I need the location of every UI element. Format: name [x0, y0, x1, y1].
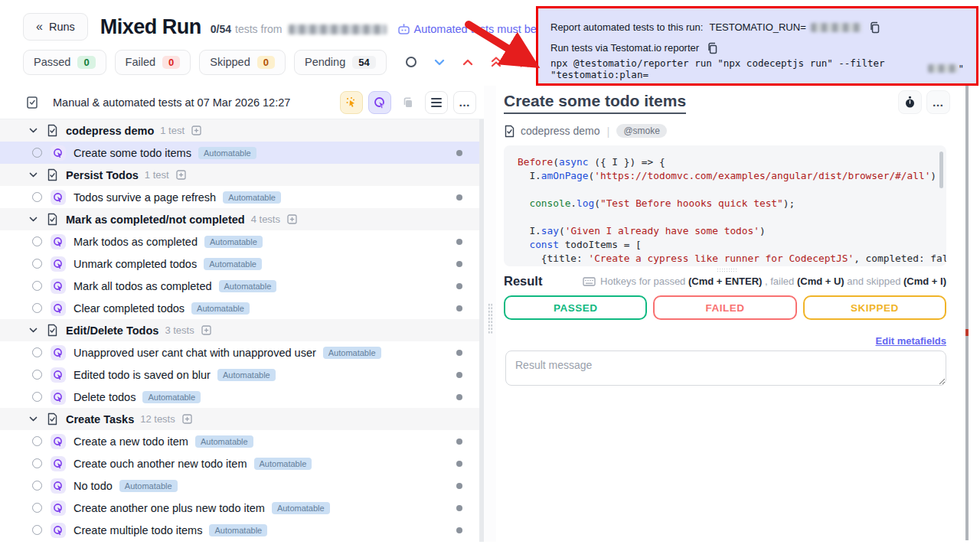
timer-button[interactable] — [898, 90, 922, 114]
test-row[interactable]: Create a new todo item Automatable — [0, 430, 479, 452]
skipped-button[interactable]: SKIPPED — [803, 295, 946, 320]
suite-title: Edit/Delete Todos — [66, 324, 158, 337]
automated-run-button[interactable] — [368, 91, 391, 114]
add-test-icon[interactable] — [201, 325, 211, 335]
test-status-radio[interactable] — [32, 481, 42, 491]
bookmark-icon[interactable] — [514, 52, 534, 72]
add-test-icon[interactable] — [182, 414, 192, 424]
filter-chip-skipped[interactable]: Skipped 0 — [199, 50, 286, 75]
test-row[interactable]: Delete todos Automatable — [0, 386, 479, 408]
test-status-radio[interactable] — [32, 281, 42, 291]
test-row[interactable]: Create some todo items Automatable — [0, 142, 479, 164]
test-row[interactable]: Clear completed todos Automatable — [0, 297, 479, 319]
automatable-badge: Automatable — [119, 480, 178, 492]
test-status-radio[interactable] — [32, 347, 42, 357]
test-title: Delete todos — [74, 391, 136, 403]
test-detail-title[interactable]: Create some todo items — [504, 92, 686, 114]
test-row[interactable]: Create ouch another new todo item Automa… — [0, 452, 479, 474]
automatable-badge: Automatable — [204, 236, 263, 248]
chip-count: 0 — [77, 56, 95, 69]
filter-chip-pending[interactable]: Pending 54 — [294, 50, 387, 75]
filter-chip-passed[interactable]: Passed 0 — [23, 50, 106, 75]
suite-row[interactable]: Mark as completed/not completed 4 tests — [0, 208, 479, 230]
suite-file-icon — [47, 324, 58, 337]
list-more-button[interactable]: … — [453, 91, 476, 114]
suite-title: Create Tasks — [66, 413, 134, 425]
clipboard-check-icon[interactable] — [26, 96, 39, 109]
test-status-radio[interactable] — [32, 503, 42, 513]
list-view-button[interactable] — [425, 91, 448, 114]
tag-smoke[interactable]: @smoke — [616, 124, 667, 138]
suite-row[interactable]: Edit/Delete Todos 3 tests — [0, 319, 479, 341]
copy-icon[interactable] — [707, 42, 718, 54]
add-test-icon[interactable] — [287, 214, 297, 224]
test-title: Todos survive a page refresh — [74, 191, 216, 204]
passed-button[interactable]: PASSED — [504, 295, 647, 320]
test-status-radio[interactable] — [32, 259, 42, 269]
suite-row[interactable]: Persist Todos 1 test — [0, 164, 479, 186]
test-row[interactable]: Edited todo is saved on blur Automatable — [0, 364, 479, 386]
reporter-command-suffix: " — [958, 63, 964, 74]
automated-test-icon — [51, 478, 66, 494]
test-status-radio[interactable] — [32, 192, 42, 202]
add-test-icon[interactable] — [176, 170, 186, 180]
test-row[interactable]: Create another one plus new todo item Au… — [0, 497, 479, 519]
copy-tests-button[interactable] — [397, 91, 420, 114]
reporter-command: npx @testomatio/reporter run "npx codece… — [550, 57, 928, 80]
test-status-radio[interactable] — [32, 525, 42, 535]
detail-more-button[interactable]: … — [926, 90, 950, 114]
automated-test-icon — [51, 345, 66, 360]
suite-file-icon — [504, 125, 515, 138]
chevron-down-icon[interactable] — [430, 52, 449, 72]
test-title: Create another one plus new todo item — [74, 502, 265, 514]
filter-chip-failed[interactable]: Failed 0 — [115, 50, 191, 75]
automatable-badge: Automatable — [209, 524, 267, 536]
test-status-radio[interactable] — [32, 370, 42, 380]
automatable-badge: Automatable — [191, 302, 250, 315]
test-status-radio[interactable] — [32, 436, 42, 446]
test-status-radio[interactable] — [32, 392, 42, 402]
code-resize-grip[interactable] — [717, 268, 738, 272]
status-dot — [456, 194, 462, 201]
test-list-panel: Manual & automated tests at 07 Mar 2026 … — [0, 86, 484, 542]
pending-status-icon[interactable] — [401, 52, 421, 72]
manual-run-button[interactable] — [340, 91, 363, 114]
status-dot — [456, 527, 462, 533]
test-row[interactable]: Mark all todos as completed Automatable — [0, 275, 479, 297]
test-row[interactable]: Unapproved user cant chat with unapprove… — [0, 341, 479, 364]
result-message-input[interactable] — [505, 350, 946, 386]
code-scrollbar[interactable] — [939, 152, 943, 188]
chevron-down-icon[interactable] — [29, 172, 38, 178]
panel-resize-divider[interactable] — [484, 86, 496, 542]
edit-metafields-link[interactable]: Edit metafields — [876, 335, 946, 347]
automatable-badge: Automatable — [254, 458, 312, 470]
test-row[interactable]: Unmark completed todos Automatable — [0, 253, 479, 275]
chevron-down-icon[interactable] — [29, 416, 38, 422]
failed-button[interactable]: FAILED — [653, 295, 796, 320]
automatable-badge: Automatable — [219, 280, 277, 292]
test-status-radio[interactable] — [32, 303, 42, 313]
chevron-down-icon[interactable] — [29, 217, 38, 222]
suite-row[interactable]: codepress demo 1 test — [0, 119, 479, 142]
chevron-up-icon[interactable] — [458, 52, 478, 72]
chevron-down-icon[interactable] — [29, 128, 38, 133]
add-test-icon[interactable] — [191, 126, 201, 135]
chip-count: 54 — [352, 56, 375, 69]
suite-test-count: 1 test — [160, 125, 185, 136]
test-status-radio[interactable] — [32, 458, 42, 468]
suite-test-count: 12 tests — [140, 413, 175, 425]
test-row[interactable]: Create multiple todo items Automatable — [0, 519, 479, 541]
test-status-radio[interactable] — [32, 148, 42, 158]
page-scrollbar[interactable] — [965, 86, 969, 540]
suite-row[interactable]: Create Tasks 12 tests — [0, 408, 479, 430]
test-status-radio[interactable] — [32, 236, 42, 246]
test-row[interactable]: Mark todos as completed Automatable — [0, 230, 479, 253]
test-row[interactable]: Todos survive a page refresh Automatable — [0, 186, 479, 208]
breadcrumb-suite[interactable]: codepress demo — [521, 125, 600, 137]
test-row[interactable]: No todo Automatable — [0, 474, 479, 497]
chevron-down-icon[interactable] — [29, 328, 38, 333]
back-to-runs-button[interactable]: « Runs — [23, 13, 88, 41]
automated-test-icon — [51, 301, 66, 316]
double-chevron-up-icon[interactable] — [486, 52, 506, 72]
copy-icon[interactable] — [869, 21, 880, 34]
